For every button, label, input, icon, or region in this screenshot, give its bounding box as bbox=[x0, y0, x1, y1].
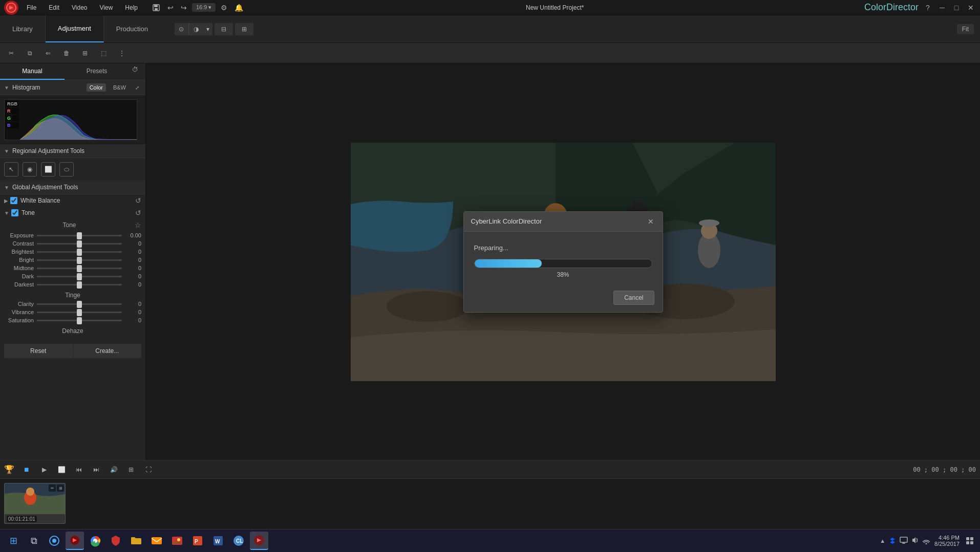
tray-volume-icon[interactable] bbox=[911, 536, 919, 545]
tab-library[interactable]: Library bbox=[0, 15, 46, 42]
taskbar-cortana[interactable] bbox=[45, 532, 63, 550]
wb-reset-icon[interactable]: ↺ bbox=[135, 196, 141, 205]
saturation-thumb[interactable] bbox=[77, 317, 82, 324]
brightest-thumb[interactable] bbox=[77, 249, 82, 256]
tone-reset-icon[interactable]: ↺ bbox=[135, 209, 141, 217]
exposure-slider[interactable] bbox=[37, 235, 122, 236]
brightest-slider[interactable] bbox=[37, 251, 122, 253]
taskbar-mail[interactable] bbox=[147, 532, 166, 550]
view-compare-btn[interactable]: ◑ bbox=[189, 23, 203, 35]
tray-dropbox-icon[interactable] bbox=[888, 536, 897, 545]
crop-tool[interactable]: ⬚ bbox=[96, 46, 111, 60]
play-btn[interactable]: ▶ bbox=[37, 462, 51, 477]
tone-star-icon[interactable]: ☆ bbox=[135, 221, 141, 229]
region-square-tool[interactable]: ⬜ bbox=[41, 162, 55, 176]
midtone-slider[interactable] bbox=[37, 268, 122, 269]
compare-split-btn[interactable]: ⊟ bbox=[215, 23, 233, 35]
undo-icon[interactable]: ↩ bbox=[165, 3, 176, 13]
midtone-thumb[interactable] bbox=[77, 265, 82, 272]
help-btn[interactable]: ? bbox=[923, 3, 933, 13]
timeline-clip[interactable]: ✏ ⊞ 00:01:21:01 bbox=[4, 483, 66, 524]
delete-tool[interactable]: 🗑 bbox=[59, 46, 74, 60]
arrow-tool[interactable]: ⇐ bbox=[41, 46, 55, 60]
menu-view[interactable]: View bbox=[98, 3, 115, 12]
save-icon[interactable] bbox=[150, 3, 162, 13]
view-dropdown-btn[interactable]: ▾ bbox=[203, 23, 212, 35]
notification-icon[interactable]: 🔔 bbox=[232, 3, 245, 13]
tone-chevron-icon[interactable]: ▼ bbox=[4, 210, 9, 216]
hist-bw-btn[interactable]: B&W bbox=[110, 83, 129, 92]
next-frame-btn[interactable]: ⏭ bbox=[89, 462, 103, 477]
dark-thumb[interactable] bbox=[77, 273, 82, 280]
zoom-dropdown[interactable]: Fit bbox=[957, 24, 974, 34]
reset-button[interactable]: Reset bbox=[4, 344, 73, 358]
settings-icon[interactable]: ⚙ bbox=[219, 3, 229, 13]
taskbar-colordirector[interactable] bbox=[66, 532, 84, 550]
menu-video[interactable]: Video bbox=[70, 3, 89, 12]
compare-side-btn[interactable]: ⊞ bbox=[235, 23, 253, 35]
clock[interactable]: 4:46 PM 8/25/2017 bbox=[934, 535, 960, 547]
cancel-button[interactable]: Cancel bbox=[613, 291, 654, 305]
taskbar-colordirector2[interactable] bbox=[250, 532, 268, 550]
taskbar-photos[interactable] bbox=[168, 532, 186, 550]
vibrance-slider[interactable] bbox=[37, 312, 122, 313]
clarity-thumb[interactable] bbox=[77, 301, 82, 308]
aspect-ratio-btn[interactable]: 16:9 ▾ bbox=[192, 3, 216, 12]
tone-checkbox[interactable] bbox=[11, 209, 18, 216]
taskbar-chrome[interactable] bbox=[86, 532, 104, 550]
stop-btn[interactable]: ⬜ bbox=[54, 462, 69, 477]
close-btn[interactable]: ✕ bbox=[966, 3, 976, 13]
split-tool[interactable]: ⊞ bbox=[78, 46, 92, 60]
tab-presets[interactable]: Presets bbox=[65, 63, 129, 80]
global-tools-header[interactable]: ▼ Global Adjustment Tools bbox=[0, 181, 145, 194]
audio-btn[interactable]: 🔊 bbox=[106, 462, 121, 477]
maximize-btn[interactable]: □ bbox=[951, 3, 962, 13]
redo-icon[interactable]: ↪ bbox=[179, 3, 189, 13]
fullscreen-btn[interactable]: ⛶ bbox=[141, 462, 156, 477]
action-center-icon[interactable] bbox=[964, 535, 976, 547]
taskbar-security[interactable] bbox=[106, 532, 125, 550]
tab-manual[interactable]: Manual bbox=[0, 63, 65, 80]
exposure-thumb[interactable] bbox=[77, 232, 82, 239]
region-cursor-tool[interactable]: ↖ bbox=[4, 162, 18, 176]
bright-thumb[interactable] bbox=[77, 257, 82, 264]
taskbar-cyberlink[interactable]: CL bbox=[229, 532, 248, 550]
regional-tools-header[interactable]: ▼ Regional Adjustment Tools bbox=[0, 144, 145, 158]
vibrance-thumb[interactable] bbox=[77, 309, 82, 316]
split-view-btn[interactable]: ⊞ bbox=[124, 462, 138, 477]
wb-chevron-icon[interactable]: ▶ bbox=[4, 198, 8, 204]
hist-color-btn[interactable]: Color bbox=[87, 83, 106, 92]
tray-network-icon[interactable] bbox=[922, 536, 930, 545]
histogram-section-header[interactable]: ▼ Histogram Color B&W ⤢ bbox=[0, 80, 145, 95]
histogram-expand-full-icon[interactable]: ⤢ bbox=[133, 84, 141, 92]
prev-frame-btn[interactable]: ⏮ bbox=[72, 462, 86, 477]
view-more-tool[interactable]: ⋮ bbox=[115, 46, 129, 60]
taskbar-word[interactable]: W bbox=[209, 532, 227, 550]
tab-adjustment[interactable]: Adjustment bbox=[46, 15, 104, 42]
record-btn[interactable]: ⏹ bbox=[19, 462, 34, 477]
region-ellipse-tool[interactable]: ⬭ bbox=[59, 162, 74, 176]
start-button[interactable]: ⊞ bbox=[4, 532, 23, 550]
scissors-tool[interactable]: ✂ bbox=[4, 46, 18, 60]
tray-expand-icon[interactable]: ▲ bbox=[880, 538, 885, 544]
darkest-thumb[interactable] bbox=[77, 281, 82, 289]
menu-help[interactable]: Help bbox=[123, 3, 140, 12]
saturation-slider[interactable] bbox=[37, 320, 122, 321]
wb-checkbox[interactable] bbox=[10, 197, 17, 204]
clarity-slider[interactable] bbox=[37, 303, 122, 305]
menu-file[interactable]: File bbox=[25, 3, 38, 12]
tray-monitor-icon[interactable] bbox=[900, 536, 908, 545]
region-circle-tool[interactable]: ◉ bbox=[23, 162, 37, 176]
tab-production[interactable]: Production bbox=[104, 15, 160, 42]
menu-edit[interactable]: Edit bbox=[47, 3, 61, 12]
bright-slider[interactable] bbox=[37, 259, 122, 261]
darkest-slider[interactable] bbox=[37, 284, 122, 285]
create-button[interactable]: Create... bbox=[73, 344, 142, 358]
taskbar-powerpoint[interactable]: P bbox=[188, 532, 207, 550]
contrast-slider[interactable] bbox=[37, 243, 122, 245]
copy-tool[interactable]: ⧉ bbox=[23, 46, 37, 60]
history-icon[interactable]: ⏱ bbox=[129, 63, 141, 76]
taskbar-folder[interactable] bbox=[127, 532, 145, 550]
minimize-btn[interactable]: ─ bbox=[937, 3, 947, 13]
taskbar-task-view[interactable]: ⧉ bbox=[25, 532, 43, 550]
